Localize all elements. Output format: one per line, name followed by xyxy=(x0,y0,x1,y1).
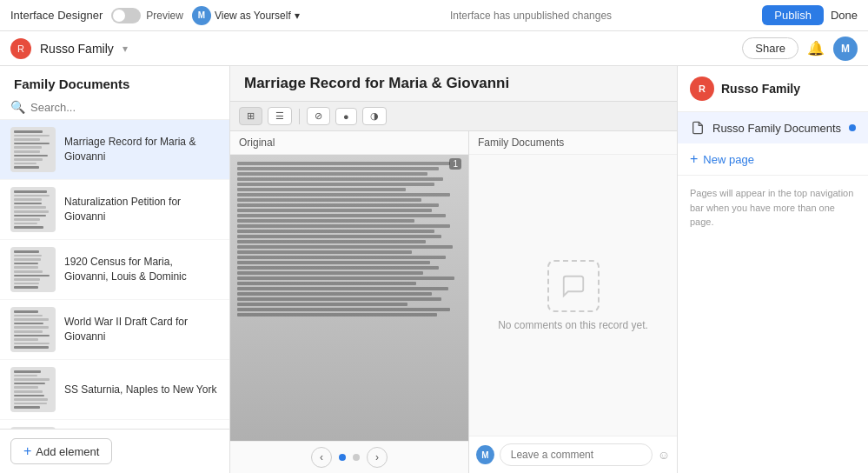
doc-line xyxy=(237,240,426,243)
thumb-line xyxy=(14,398,48,401)
no-comments-icon xyxy=(547,260,600,312)
thumb-line xyxy=(14,315,43,317)
sidebar-item[interactable]: SS Constitution, Naples to New York xyxy=(0,420,229,429)
notifications-button[interactable]: 🔔 xyxy=(807,40,825,57)
view-as-avatar: M xyxy=(192,6,211,25)
sidebar-item-label: Marriage Record for Maria & Giovanni xyxy=(64,135,219,164)
share-button[interactable]: Share xyxy=(742,37,798,59)
toolbar-grid-btn[interactable]: ⊞ xyxy=(239,107,262,125)
thumb-line xyxy=(14,130,43,133)
thumb-line xyxy=(14,390,43,393)
doc-line xyxy=(237,292,432,296)
sidebar-item[interactable]: Naturalization Petition for Giovanni xyxy=(0,180,229,240)
thumb-line xyxy=(14,215,46,217)
sidebar-item[interactable]: 1920 Census for Maria, Giovanni, Louis &… xyxy=(0,240,229,300)
comments-panel: Family Documents No comments on this rec… xyxy=(468,131,677,473)
right-nav-label: Russo Family Documents xyxy=(712,122,841,135)
doc-line xyxy=(237,297,441,301)
view-as-selector[interactable]: M View as Yourself ▾ xyxy=(192,6,300,25)
right-panel-header: R Russo Family xyxy=(678,66,868,112)
thumb-line xyxy=(14,143,50,145)
prev-page-button[interactable]: ‹ xyxy=(311,447,332,468)
right-site-icon: R xyxy=(690,77,714,101)
doc-line xyxy=(237,162,450,165)
preview-toggle[interactable] xyxy=(111,8,141,23)
thumb-line xyxy=(14,346,49,349)
toolbar-dot-btn[interactable]: ● xyxy=(335,108,357,125)
doc-line xyxy=(237,177,443,181)
doc-line xyxy=(237,287,448,290)
preview-label: Preview xyxy=(146,10,183,22)
doc-line xyxy=(237,266,439,270)
record-toolbar: ⊞ ☰ ⊘ ● ◑ xyxy=(230,102,677,131)
add-page-label: New page xyxy=(703,153,754,166)
top-bar: Interface Designer Preview M View as You… xyxy=(0,0,868,31)
toolbar-block-btn[interactable]: ⊘ xyxy=(307,107,330,125)
thumb-line xyxy=(14,286,38,289)
toolbar-list-btn[interactable]: ☰ xyxy=(268,107,292,125)
sidebar-item-label: 1920 Census for Maria, Giovanni, Louis &… xyxy=(64,255,219,284)
sidebar-item[interactable]: World War II Draft Card for Giovanni xyxy=(0,300,229,360)
plus-icon: + xyxy=(23,443,31,459)
add-page-button[interactable]: + New page xyxy=(678,143,868,175)
publish-button[interactable]: Publish xyxy=(762,5,824,25)
doc-lines xyxy=(230,155,468,323)
thumb-line xyxy=(14,323,43,325)
doc-line xyxy=(237,230,434,233)
site-chevron-icon: ▾ xyxy=(123,43,128,55)
thumb-line xyxy=(14,278,40,281)
thumb-line xyxy=(14,266,38,269)
sidebar-item[interactable]: Marriage Record for Maria & Giovanni xyxy=(0,120,229,180)
search-icon: 🔍 xyxy=(10,100,25,114)
thumb-line xyxy=(14,223,37,225)
thumb-lines xyxy=(10,367,56,412)
thumb-line xyxy=(14,375,37,377)
active-dot xyxy=(849,124,856,131)
doc-line xyxy=(237,245,453,249)
comment-input[interactable] xyxy=(500,443,653,466)
topbar-right: Publish Done xyxy=(762,5,858,25)
search-input[interactable] xyxy=(30,101,219,114)
add-element-button[interactable]: + Add element xyxy=(10,438,112,464)
doc-line xyxy=(237,198,421,202)
doc-line xyxy=(237,313,437,316)
right-nav-item-documents[interactable]: Russo Family Documents xyxy=(678,112,868,143)
next-page-button[interactable]: › xyxy=(367,447,388,468)
toolbar-half-btn[interactable]: ◑ xyxy=(362,107,387,125)
thumb-line xyxy=(14,138,40,141)
add-element-bar: + Add element xyxy=(0,429,229,473)
doc-line xyxy=(237,188,406,191)
document-image: 1 xyxy=(230,155,468,441)
doc-line xyxy=(237,271,423,275)
done-button[interactable]: Done xyxy=(831,9,858,22)
emoji-button[interactable]: ☺ xyxy=(658,448,670,462)
sidebar-item-label: World War II Draft Card for Giovanni xyxy=(64,315,219,344)
doc-line xyxy=(237,172,427,176)
thumb-line xyxy=(14,155,48,157)
no-comments-text: No comments on this record yet. xyxy=(498,319,648,331)
doc-line xyxy=(237,167,439,170)
sidebar-thumb xyxy=(10,187,56,232)
original-panel: Original 1 xyxy=(230,131,468,473)
site-bar: R Russo Family ▾ Share 🔔 M xyxy=(0,31,868,66)
thumb-line xyxy=(14,198,42,201)
add-element-label: Add element xyxy=(36,445,99,458)
doc-line xyxy=(237,214,446,217)
doc-line xyxy=(237,193,450,197)
thumb-line xyxy=(14,378,50,381)
doc-line xyxy=(237,183,434,186)
panels-container: Original 1 xyxy=(230,131,677,473)
thumb-line xyxy=(14,370,41,373)
thumb-line xyxy=(14,218,40,221)
thumb-line xyxy=(14,383,45,385)
sidebar-item[interactable]: SS Saturnia, Naples to New York xyxy=(0,360,229,420)
site-icon: R xyxy=(10,38,31,59)
original-panel-label: Original xyxy=(230,131,468,155)
document-icon xyxy=(690,120,706,136)
publish-status: Interface has unpublished changes xyxy=(450,10,612,22)
sidebar-thumb xyxy=(10,307,56,352)
user-avatar[interactable]: M xyxy=(833,37,858,61)
thumb-line xyxy=(14,163,36,165)
topbar-left: Interface Designer Preview M View as You… xyxy=(10,6,300,25)
thumb-line xyxy=(14,195,50,197)
